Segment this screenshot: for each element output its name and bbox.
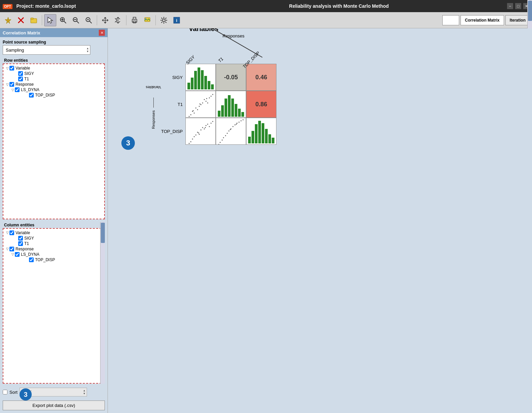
settings2-btn[interactable]: [158, 14, 170, 26]
col-variable-toggle[interactable]: ▽: [6, 231, 9, 235]
col-header-t1: T1: [206, 42, 236, 64]
row-variable-check[interactable]: [9, 66, 14, 71]
pan2-btn[interactable]: [112, 14, 124, 26]
scatter-t1-sigy: [186, 91, 216, 118]
cursor-btn[interactable]: [44, 14, 56, 26]
svg-point-66: [204, 129, 205, 130]
svg-point-41: [209, 98, 210, 99]
svg-point-21: [162, 19, 165, 22]
row-response-label: Response: [16, 82, 34, 87]
col-response-check[interactable]: [9, 247, 14, 251]
svg-point-46: [189, 116, 190, 117]
point-source-section: Point source sampling Sampling All Point…: [3, 40, 105, 55]
sampling-select[interactable]: Sampling All Points Pareto: [3, 45, 90, 55]
sort-checkbox[interactable]: [3, 390, 7, 394]
row-variable-toggle[interactable]: ▽: [6, 66, 9, 70]
svg-rect-28: [201, 70, 204, 89]
row-lsdyna-toggle[interactable]: ▽: [11, 88, 14, 92]
sidebar: Correlation Matrix ✕ Point source sampli…: [0, 28, 108, 413]
matrix-visualization: Variables Responses SIGY T1 TOP_DIS: [148, 42, 276, 145]
svg-rect-24: [187, 83, 190, 89]
title-bar: OPT Project: monte_carlo.lsopt Reliabili…: [0, 0, 532, 12]
col-response-toggle[interactable]: ▽: [6, 247, 9, 251]
delete-btn[interactable]: [15, 14, 27, 26]
new-chart-btn[interactable]: [2, 14, 14, 26]
row-sigy-label: SIGY: [24, 71, 34, 76]
minimize-btn[interactable]: −: [507, 3, 513, 9]
row-topdisp-check[interactable]: [29, 93, 34, 98]
folder-open-btn[interactable]: [28, 14, 40, 26]
iteration-view-btn[interactable]: Iteration: [505, 15, 530, 25]
zoom-out-btn[interactable]: [70, 14, 82, 26]
matrix-row-sigy: SIGY: [158, 64, 276, 91]
info-btn[interactable]: i: [171, 14, 183, 26]
svg-rect-25: [191, 78, 194, 89]
svg-rect-26: [194, 71, 197, 89]
svg-point-47: [193, 110, 194, 111]
svg-point-39: [206, 101, 207, 102]
row-tree-topdisp: TOP_DISP: [5, 92, 99, 98]
row-t1-check[interactable]: [18, 77, 23, 81]
content-area: 3 Variables Responses SIGY: [108, 28, 532, 413]
svg-point-63: [199, 134, 200, 135]
cell-2-1: [216, 118, 246, 145]
variables-y-label: Variables: [146, 85, 161, 89]
maximize-btn[interactable]: □: [515, 3, 521, 9]
toolbar-right: Correlation Matrix Iteration: [442, 15, 530, 25]
row-tree-t1: T1: [5, 76, 99, 82]
col-variable-check[interactable]: [9, 230, 14, 235]
row-lsdyna-check[interactable]: [15, 87, 20, 92]
row-sigy-check[interactable]: [18, 71, 23, 76]
step-badge: 3: [20, 388, 32, 401]
sort-section: Sort SIGY ▲▼: [3, 386, 105, 398]
export-image-btn[interactable]: [141, 14, 153, 26]
svg-point-15: [87, 19, 89, 20]
pan-btn[interactable]: [99, 14, 111, 26]
svg-point-73: [198, 133, 199, 134]
svg-point-74: [205, 127, 206, 128]
cell-1-1: [216, 91, 246, 118]
col-lsdyna-check[interactable]: [15, 252, 20, 257]
svg-rect-55: [235, 104, 237, 117]
view-preview: [442, 15, 459, 25]
histogram-sigy-sigy: [186, 64, 216, 91]
svg-line-11: [77, 21, 79, 23]
row-response-check[interactable]: [9, 82, 14, 87]
svg-rect-29: [204, 76, 207, 89]
svg-point-86: [241, 120, 242, 121]
sampling-select-wrapper: Sampling All Points Pareto ▲▼: [3, 45, 90, 55]
print-btn[interactable]: [128, 14, 141, 26]
correlation-matrix-view-btn[interactable]: Correlation Matrix: [461, 15, 504, 25]
col-topdisp-check[interactable]: [29, 257, 34, 262]
row-response-toggle[interactable]: ▽: [6, 83, 9, 86]
row-scrollbar-thumb[interactable]: [528, 1, 532, 21]
col-scrollbar[interactable]: [100, 222, 105, 384]
svg-point-84: [237, 123, 238, 124]
svg-point-70: [211, 123, 212, 124]
svg-point-35: [199, 106, 200, 107]
cell-1-0: [185, 91, 216, 118]
svg-point-72: [189, 143, 190, 144]
col-entities-label: Column entities: [3, 222, 105, 228]
row-lsdyna-label: LS_DYNA: [21, 87, 39, 92]
svg-marker-5: [48, 17, 53, 23]
svg-point-64: [201, 130, 202, 131]
matrix-rows-area: SIGY: [158, 64, 276, 145]
zoom-in-btn[interactable]: [57, 14, 69, 26]
svg-point-40: [204, 99, 205, 100]
col-t1-check[interactable]: [18, 241, 23, 246]
svg-point-42: [207, 103, 208, 104]
svg-rect-57: [241, 112, 244, 117]
row-entities-label: Row entities: [3, 57, 105, 63]
sidebar-close-btn[interactable]: ✕: [99, 30, 105, 36]
row-tree-sigy: SIGY: [5, 71, 99, 76]
project-title: Project: monte_carlo.lsopt: [16, 3, 76, 9]
col-lsdyna-toggle[interactable]: ▽: [11, 252, 14, 256]
col-sigy-check[interactable]: [18, 236, 23, 241]
matrix-with-labels: Variables Responses SIGY: [148, 64, 276, 145]
export-csv-btn[interactable]: Export plot data (.csv): [3, 401, 105, 410]
svg-point-69: [209, 126, 210, 127]
zoom-reset-btn[interactable]: [83, 14, 95, 26]
col-scrollbar-thumb[interactable]: [101, 223, 105, 243]
svg-rect-17: [133, 17, 136, 19]
